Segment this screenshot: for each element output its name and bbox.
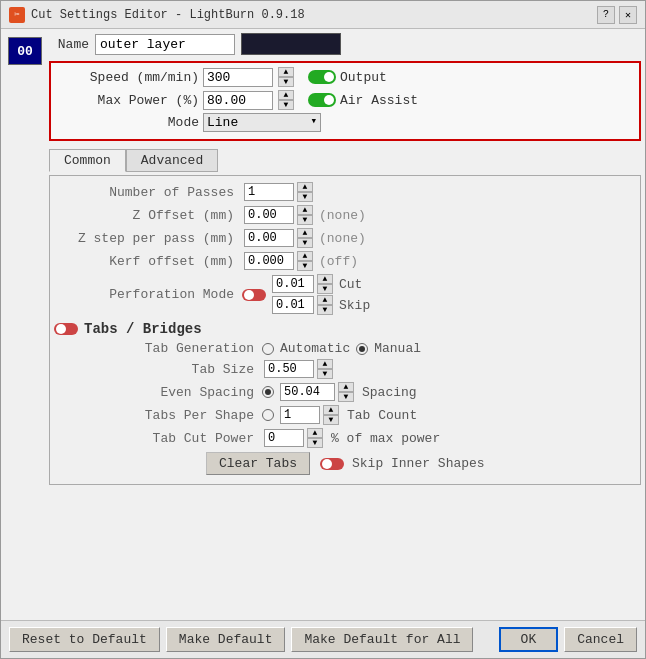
perf-cut-row: ▲ ▼ Cut [272, 274, 370, 294]
output-label: Output [340, 70, 387, 85]
tabs-per-shape-row: Tabs Per Shape ▲ ▼ Tab Count [74, 405, 636, 425]
help-button[interactable]: ? [597, 6, 615, 24]
perf-skip-down[interactable]: ▼ [317, 305, 333, 315]
passes-down[interactable]: ▼ [297, 192, 313, 202]
tab-gen-label: Tab Generation [74, 341, 254, 356]
radio-tabs-per[interactable] [262, 409, 274, 421]
auto-label: Automatic [280, 341, 350, 356]
make-default-all-button[interactable]: Make Default for All [291, 627, 473, 652]
perf-skip-input[interactable] [272, 296, 314, 314]
kerf-spinner: ▲ ▼ [297, 251, 313, 271]
main-window: ✂ Cut Settings Editor - LightBurn 0.9.18… [0, 0, 646, 659]
speed-row: Speed (mm/min) ▲ ▼ Output [59, 67, 631, 87]
z-offset-input[interactable] [244, 206, 294, 224]
color-swatch[interactable] [241, 33, 341, 55]
num-passes-input[interactable] [244, 183, 294, 201]
perf-skip-spinner: ▲ ▼ [317, 295, 333, 315]
ok-button[interactable]: OK [499, 627, 559, 652]
tabs-per-up[interactable]: ▲ [323, 405, 339, 415]
z-offset-down[interactable]: ▼ [297, 215, 313, 225]
z-offset-spinner: ▲ ▼ [297, 205, 313, 225]
air-assist-label: Air Assist [340, 93, 418, 108]
tab-cut-down[interactable]: ▼ [307, 438, 323, 448]
tab-size-input[interactable] [264, 360, 314, 378]
num-passes-label: Number of Passes [54, 185, 234, 200]
tab-size-down[interactable]: ▼ [317, 369, 333, 379]
perf-skip-up[interactable]: ▲ [317, 295, 333, 305]
spacing-input[interactable] [280, 383, 335, 401]
make-default-button[interactable]: Make Default [166, 627, 286, 652]
z-offset-label: Z Offset (mm) [54, 208, 234, 223]
kerf-offset-label: Kerf offset (mm) [54, 254, 234, 269]
air-assist-toggle-pill[interactable] [308, 93, 336, 107]
tabs-bridges-header: Tabs / Bridges [54, 321, 636, 337]
content-area: 00 Name Speed (mm/min) ▲ ▼ [1, 29, 645, 620]
radio-manual[interactable] [356, 343, 368, 355]
tab-advanced[interactable]: Advanced [126, 149, 218, 172]
perf-label: Perforation Mode [54, 287, 234, 302]
max-power-up[interactable]: ▲ [278, 90, 294, 100]
kerf-up[interactable]: ▲ [297, 251, 313, 261]
tab-size-up[interactable]: ▲ [317, 359, 333, 369]
tab-gen-row: Tab Generation Automatic Manual [74, 341, 636, 356]
z-step-row: Z step per pass (mm) ▲ ▼ (none) [54, 228, 636, 248]
perf-cut-up[interactable]: ▲ [317, 274, 333, 284]
layer-number[interactable]: 00 [8, 37, 42, 65]
tabs-per-down[interactable]: ▼ [323, 415, 339, 425]
radio-spacing[interactable] [262, 386, 274, 398]
tab-common[interactable]: Common [49, 149, 126, 172]
title-bar: ✂ Cut Settings Editor - LightBurn 0.9.18… [1, 1, 645, 29]
perf-toggle[interactable] [242, 289, 266, 301]
perf-skip-row: ▲ ▼ Skip [272, 295, 370, 315]
z-step-input[interactable] [244, 229, 294, 247]
radio-automatic[interactable] [262, 343, 274, 355]
manual-label: Manual [374, 341, 421, 356]
clear-tabs-button[interactable]: Clear Tabs [206, 452, 310, 475]
tabs-per-input[interactable] [280, 406, 320, 424]
skip-inner-label: Skip Inner Shapes [352, 456, 485, 471]
mode-select[interactable]: Line Fill Offset Fill [203, 113, 321, 132]
window-title: Cut Settings Editor - LightBurn 0.9.18 [31, 8, 591, 22]
passes-up[interactable]: ▲ [297, 182, 313, 192]
perf-cut-down[interactable]: ▼ [317, 284, 333, 294]
perf-cut-input[interactable] [272, 275, 314, 293]
close-button[interactable]: ✕ [619, 6, 637, 24]
z-step-spinner: ▲ ▼ [297, 228, 313, 248]
output-toggle-pill[interactable] [308, 70, 336, 84]
even-spacing-label: Even Spacing [74, 385, 254, 400]
tabs-bridges-title: Tabs / Bridges [84, 321, 202, 337]
max-power-suffix: % of max power [331, 431, 440, 446]
z-step-none: (none) [319, 231, 366, 246]
even-spacing-row: Even Spacing ▲ ▼ Spacing [74, 382, 636, 402]
spacing-down[interactable]: ▼ [338, 392, 354, 402]
reset-default-button[interactable]: Reset to Default [9, 627, 160, 652]
kerf-offset-input[interactable] [244, 252, 294, 270]
mode-label: Mode [59, 115, 199, 130]
kerf-offset-row: Kerf offset (mm) ▲ ▼ (off) [54, 251, 636, 271]
spacing-suffix: Spacing [362, 385, 417, 400]
tab-cut-up[interactable]: ▲ [307, 428, 323, 438]
settings-box: Speed (mm/min) ▲ ▼ Output Max Power (%) [49, 61, 641, 141]
tab-cut-power-input[interactable] [264, 429, 304, 447]
name-input[interactable] [95, 34, 235, 55]
speed-down[interactable]: ▼ [278, 77, 294, 87]
z-offset-up[interactable]: ▲ [297, 205, 313, 215]
tab-size-spinner: ▲ ▼ [317, 359, 333, 379]
speed-label: Speed (mm/min) [59, 70, 199, 85]
kerf-down[interactable]: ▼ [297, 261, 313, 271]
z-step-up[interactable]: ▲ [297, 228, 313, 238]
speed-up[interactable]: ▲ [278, 67, 294, 77]
z-step-down[interactable]: ▼ [297, 238, 313, 248]
spacing-up[interactable]: ▲ [338, 382, 354, 392]
num-passes-spinner: ▲ ▼ [297, 182, 313, 202]
cancel-button[interactable]: Cancel [564, 627, 637, 652]
max-power-down[interactable]: ▼ [278, 100, 294, 110]
skip-inner-toggle[interactable] [320, 458, 344, 470]
bottom-bar: Reset to Default Make Default Make Defau… [1, 620, 645, 658]
perforation-row: Perforation Mode ▲ ▼ Cut [54, 274, 636, 315]
speed-input[interactable] [203, 68, 273, 87]
tab-count-label: Tab Count [347, 408, 417, 423]
perf-cut-label: Cut [339, 277, 362, 292]
tabs-bridges-toggle[interactable] [54, 323, 78, 335]
max-power-input[interactable] [203, 91, 273, 110]
